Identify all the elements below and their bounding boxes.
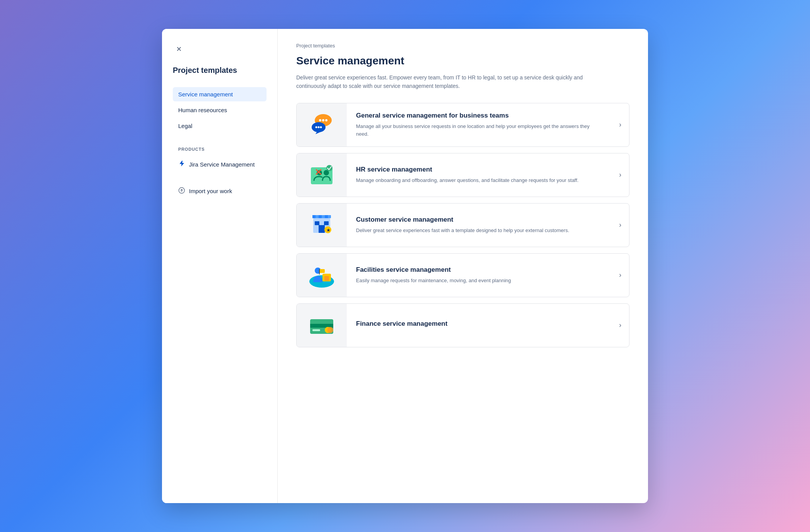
template-desc-hr: Manage onboarding and offboarding, answe… bbox=[356, 177, 602, 184]
svg-rect-21 bbox=[328, 215, 331, 218]
template-card-customer[interactable]: ★ Customer service management Deliver gr… bbox=[296, 203, 629, 247]
lightning-icon bbox=[178, 160, 185, 168]
svg-rect-36 bbox=[312, 329, 320, 331]
svg-point-8 bbox=[320, 126, 322, 128]
template-info-finance: Finance service management bbox=[347, 312, 611, 338]
template-desc-general: Manage all your business service request… bbox=[356, 123, 602, 138]
sidebar-item-legal[interactable]: Legal bbox=[173, 119, 267, 133]
import-work-item[interactable]: Import your work bbox=[173, 183, 267, 199]
svg-rect-18 bbox=[319, 215, 322, 218]
template-info-hr: HR service management Manage onboarding … bbox=[347, 158, 611, 192]
svg-rect-19 bbox=[322, 215, 325, 218]
svg-point-4 bbox=[325, 119, 327, 121]
template-icon-hr bbox=[297, 153, 347, 197]
template-title-facilities: Facilities service management bbox=[356, 266, 602, 274]
template-card-facilities[interactable]: Facilities service management Easily man… bbox=[296, 253, 629, 297]
svg-rect-17 bbox=[316, 215, 319, 218]
sidebar-title: Project templates bbox=[173, 66, 267, 75]
jira-service-management-item[interactable]: Jira Service Management bbox=[173, 156, 267, 172]
template-info-facilities: Facilities service management Easily man… bbox=[347, 258, 611, 292]
template-card-finance[interactable]: Finance service management › bbox=[296, 303, 629, 347]
product-label: Jira Service Management bbox=[189, 161, 255, 168]
svg-rect-20 bbox=[325, 215, 328, 218]
sidebar-item-hr[interactable]: Human reseources bbox=[173, 103, 267, 117]
products-section-label: PRODUCTS bbox=[173, 147, 267, 152]
template-icon-facilities bbox=[297, 254, 347, 297]
main-content: Project templates Service management Del… bbox=[278, 29, 648, 503]
sidebar-item-service-management[interactable]: Service management bbox=[173, 87, 267, 101]
template-title-customer: Customer service management bbox=[356, 216, 602, 224]
template-list: General service management for business … bbox=[296, 103, 629, 347]
svg-rect-23 bbox=[319, 225, 325, 233]
sidebar: Project templates Service management Hum… bbox=[162, 29, 278, 503]
chevron-right-icon-customer: › bbox=[611, 213, 629, 237]
template-desc-facilities: Easily manage requests for maintenance, … bbox=[356, 277, 602, 285]
svg-point-2 bbox=[319, 119, 321, 121]
template-icon-customer: ★ bbox=[297, 204, 347, 247]
template-title-hr: HR service management bbox=[356, 166, 602, 173]
svg-point-3 bbox=[322, 119, 324, 121]
breadcrumb: Project templates bbox=[296, 43, 629, 49]
chevron-right-icon-finance: › bbox=[611, 313, 629, 337]
template-icon-finance bbox=[297, 304, 347, 347]
chevron-right-icon-facilities: › bbox=[611, 263, 629, 287]
svg-rect-24 bbox=[315, 221, 319, 225]
template-title-finance: Finance service management bbox=[356, 320, 602, 328]
template-info-customer: Customer service management Deliver grea… bbox=[347, 208, 611, 242]
svg-text:★: ★ bbox=[326, 227, 331, 233]
chevron-right-icon-hr: › bbox=[611, 163, 629, 187]
project-templates-modal: Project templates Service management Hum… bbox=[162, 29, 648, 503]
chevron-right-icon: › bbox=[611, 113, 629, 136]
template-card-general[interactable]: General service management for business … bbox=[296, 103, 629, 147]
page-description: Deliver great service experiences fast. … bbox=[296, 73, 597, 91]
import-label: Import your work bbox=[189, 188, 232, 194]
page-title: Service management bbox=[296, 55, 629, 67]
svg-rect-31 bbox=[324, 276, 329, 281]
template-desc-customer: Deliver great service experiences fast w… bbox=[356, 227, 602, 234]
template-icon-chat bbox=[297, 103, 347, 146]
close-button[interactable] bbox=[173, 43, 185, 55]
svg-rect-32 bbox=[319, 269, 325, 273]
template-card-hr[interactable]: HR service management Manage onboarding … bbox=[296, 153, 629, 197]
svg-point-38 bbox=[327, 327, 333, 333]
svg-rect-16 bbox=[312, 215, 316, 218]
template-info-general: General service management for business … bbox=[347, 104, 611, 145]
nav-list: Service management Human reseources Lega… bbox=[173, 87, 267, 133]
template-title-general: General service management for business … bbox=[356, 112, 602, 120]
svg-point-6 bbox=[316, 126, 317, 128]
svg-rect-25 bbox=[324, 221, 329, 225]
svg-point-7 bbox=[318, 126, 320, 128]
cloud-upload-icon bbox=[178, 187, 185, 195]
